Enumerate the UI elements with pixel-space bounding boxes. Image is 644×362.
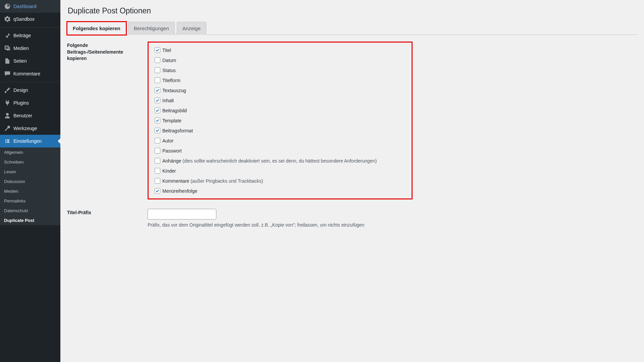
dashboard-icon [4, 3, 11, 10]
checkbox-label[interactable]: Inhalt [162, 98, 174, 103]
checkbox-row: Kinder [155, 168, 407, 174]
checkbox-label[interactable]: Passwort [162, 148, 182, 154]
title-prefix-input[interactable] [148, 209, 216, 220]
checkbox-row: Kommentare(außer Pingbacks und Trackback… [155, 178, 407, 184]
checkbox[interactable] [155, 87, 160, 93]
sidebar-item-label: Benutzer [13, 113, 32, 118]
sidebar-item-label: Einstellungen [13, 138, 42, 144]
checkbox[interactable] [155, 128, 160, 133]
submenu-item[interactable]: Diskussion [0, 177, 60, 186]
checkbox-label[interactable]: Datum [162, 58, 176, 63]
checkbox-label[interactable]: Menüreihenfolge [162, 188, 197, 194]
title-prefix-label: Titel-Präfix [67, 209, 148, 216]
checkbox[interactable] [155, 168, 160, 174]
checkbox-row: Anhänge(dies sollte wahrscheinlich deakt… [155, 158, 407, 164]
checkbox-label[interactable]: Beitragsformat [162, 128, 193, 133]
tab[interactable]: Berechtigungen [128, 22, 175, 35]
submenu-item[interactable]: Duplicate Post [0, 216, 60, 225]
checkbox[interactable] [155, 158, 160, 164]
submenu-item[interactable]: Allgemein [0, 147, 60, 157]
checkbox-row: Beitragsformat [155, 128, 407, 133]
settings-submenu: AllgemeinSchreibenLesenDiskussionMedienP… [0, 147, 60, 225]
checkbox[interactable] [155, 188, 160, 194]
sidebar-item-seiten[interactable]: Seiten [0, 55, 60, 67]
checkbox-label[interactable]: Beitragsbild [162, 108, 187, 113]
sidebar-item-werkzeuge[interactable]: Werkzeuge [0, 122, 60, 135]
sidebar-item-label: Werkzeuge [13, 126, 37, 131]
checkbox-row: Status [155, 67, 407, 73]
sidebar-item-dashboard[interactable]: Dashboard [0, 0, 60, 13]
checkbox[interactable] [155, 108, 160, 113]
sidebar-item-label: qSandbox [13, 16, 35, 22]
checkbox[interactable] [155, 47, 160, 53]
sidebar-separator [0, 82, 60, 82]
media-icon [4, 45, 11, 52]
sidebar-item-label: Medien [13, 46, 29, 51]
checkbox-row: Textauszug [155, 87, 407, 93]
sidebar-separator [0, 27, 60, 27]
submenu-item[interactable]: Schreiben [0, 157, 60, 167]
sidebar-item-design[interactable]: Design [0, 84, 60, 97]
main-content: Duplicate Post Optionen Folgendes kopier… [60, 0, 644, 362]
elements-to-copy-label: Folgende Beitrags-/Seitenelemente kopier… [67, 42, 148, 62]
sidebar-item-plugins[interactable]: Plugins [0, 97, 60, 109]
user-icon [4, 112, 11, 119]
checkbox-row: Autor [155, 138, 407, 143]
tabs-nav: Folgendes kopierenBerechtigungenAnzeige [67, 21, 637, 35]
checkbox-label[interactable]: Titelform [162, 78, 180, 83]
sidebar-item-beitraege[interactable]: Beiträge [0, 29, 60, 42]
sidebar-item-benutzer[interactable]: Benutzer [0, 109, 60, 122]
checkbox-label[interactable]: Titel [162, 48, 171, 53]
checkbox-row: Titelform [155, 77, 407, 83]
elements-checkbox-group: TitelDatumStatusTitelformTextauszugInhal… [148, 42, 413, 199]
sidebar-item-kommentare[interactable]: Kommentare [0, 67, 60, 80]
checkbox-row: Passwort [155, 148, 407, 154]
page-icon [4, 58, 11, 64]
submenu-item[interactable]: Medien [0, 186, 60, 196]
brush-icon [4, 87, 11, 94]
sidebar-item-label: Beiträge [13, 33, 31, 38]
checkbox[interactable] [155, 138, 160, 143]
wrench-icon [4, 125, 11, 132]
sidebar-item-label: Seiten [13, 58, 27, 64]
sidebar-item-medien[interactable]: Medien [0, 42, 60, 55]
tab[interactable]: Folgendes kopieren [67, 22, 126, 35]
sidebar-item-label: Kommentare [13, 71, 40, 76]
sidebar-item-label: Dashboard [13, 4, 37, 9]
checkbox[interactable] [155, 178, 160, 184]
plug-icon [4, 100, 11, 106]
sidebar-item-einstellungen[interactable]: Einstellungen [0, 135, 60, 147]
checkbox-label[interactable]: Kinder [162, 168, 176, 174]
checkbox-row: Beitragsbild [155, 108, 407, 113]
tab[interactable]: Anzeige [177, 22, 206, 35]
submenu-item[interactable]: Datenschutz [0, 206, 60, 216]
submenu-item[interactable]: Permalinks [0, 196, 60, 206]
checkbox[interactable] [155, 98, 160, 103]
checkbox-row: Menüreihenfolge [155, 188, 407, 194]
checkbox[interactable] [155, 67, 160, 73]
checkbox-row: Inhalt [155, 98, 407, 103]
checkbox-label[interactable]: Textauszug [162, 88, 186, 93]
checkbox-label[interactable]: Status [162, 68, 176, 73]
checkbox-row: Titel [155, 47, 407, 53]
checkbox-row: Template [155, 118, 407, 123]
checkbox[interactable] [155, 57, 160, 63]
checkbox-label[interactable]: Autor [162, 138, 173, 143]
checkbox-label[interactable]: Anhänge [162, 158, 181, 164]
admin-sidebar: DashboardqSandboxBeiträgeMedienSeitenKom… [0, 0, 60, 362]
title-prefix-help: Präfix, das vor dem Originaltitel eingef… [148, 222, 637, 228]
checkbox-note: (dies sollte wahrscheinlich deaktiviert … [182, 158, 377, 164]
checkbox-label[interactable]: Kommentare [162, 178, 189, 184]
submenu-item[interactable]: Lesen [0, 167, 60, 177]
comment-icon [4, 70, 11, 77]
checkbox-row: Datum [155, 57, 407, 63]
checkbox[interactable] [155, 77, 160, 83]
checkbox-note: (außer Pingbacks und Trackbacks) [191, 178, 263, 184]
checkbox[interactable] [155, 118, 160, 123]
checkbox-label[interactable]: Template [162, 118, 181, 123]
page-title: Duplicate Post Optionen [68, 6, 637, 15]
sidebar-item-qsandbox[interactable]: qSandbox [0, 13, 60, 25]
sidebar-item-label: Plugins [13, 100, 29, 106]
checkbox[interactable] [155, 148, 160, 154]
pin-icon [4, 32, 11, 39]
